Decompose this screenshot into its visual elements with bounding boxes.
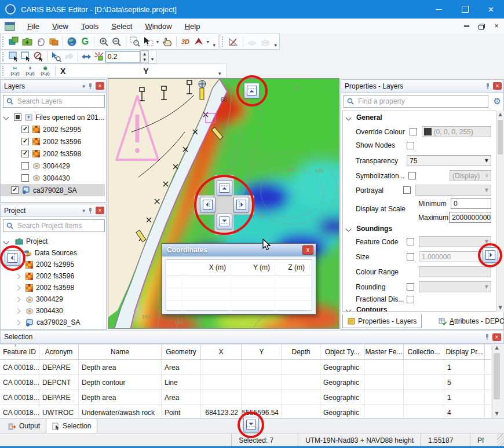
toolbar-grip[interactable]: [2, 36, 5, 47]
tab-attributes-depcnt[interactable]: Attributes - DEPCNT: [434, 314, 504, 328]
tree-item[interactable]: 2002 fs2995: [1, 123, 105, 135]
panel-menu-icon[interactable]: ▾: [82, 83, 85, 89]
dock-top-button[interactable]: [244, 83, 260, 98]
snap-tolerance-icon[interactable]: [93, 50, 105, 63]
north-arrow-icon[interactable]: [192, 35, 205, 48]
column-header[interactable]: X (m): [182, 263, 231, 271]
panel-close-icon[interactable]: ×: [96, 207, 104, 214]
coord-add-icon[interactable]: +(x,y): [23, 66, 38, 76]
section-general[interactable]: General: [346, 113, 382, 122]
override-colour-checkbox[interactable]: [410, 128, 417, 135]
y-coordinate-field[interactable]: [152, 65, 216, 76]
measure-icon[interactable]: [227, 35, 240, 48]
toolbar-overflow[interactable]: ▾: [149, 56, 156, 63]
column-header[interactable]: X: [201, 344, 242, 359]
north-arrow-dropdown[interactable]: ▾: [205, 39, 210, 45]
dock-bottom-button[interactable]: [243, 417, 259, 432]
column-header[interactable]: Object Ty...: [320, 344, 364, 359]
feature-code-checkbox[interactable]: [407, 238, 414, 245]
layers-search-input[interactable]: [16, 97, 104, 106]
column-header[interactable]: Display Pr...: [444, 344, 485, 359]
child-restore-button[interactable]: [474, 20, 489, 32]
child-minimize-button[interactable]: [459, 20, 474, 32]
pan-hand-icon[interactable]: [160, 35, 174, 48]
tree-item[interactable]: Files opened on 201...: [1, 111, 105, 123]
menu-view[interactable]: View: [46, 19, 75, 34]
tree-item-selected[interactable]: ca379028_SA: [1, 184, 105, 196]
tree-item[interactable]: 2002 fs3596: [1, 270, 105, 282]
toolbar-overflow[interactable]: ▾: [272, 42, 279, 49]
coordinates-title-bar[interactable]: Coordinates x: [162, 244, 316, 256]
section-expander-icon[interactable]: [346, 226, 352, 232]
fractional-checkbox[interactable]: [407, 296, 414, 303]
tab-properties-layers[interactable]: Properties - Layers: [342, 314, 422, 328]
column-header[interactable]: Depth: [282, 344, 320, 359]
pin-icon[interactable]: [485, 83, 491, 90]
select-rectangle-icon[interactable]: [8, 50, 20, 63]
tree-item[interactable]: 2002 fs3598: [1, 148, 105, 160]
expander-icon[interactable]: [3, 238, 9, 244]
property-search-input[interactable]: [357, 97, 488, 106]
copy-datasets-icon[interactable]: [8, 35, 21, 48]
coord-insert-icon[interactable]: ⊕(x,y): [38, 66, 53, 76]
x-coordinate-field[interactable]: [69, 65, 137, 76]
attach-link-icon[interactable]: [34, 35, 47, 48]
section-expander-icon[interactable]: [346, 115, 352, 120]
column-header[interactable]: Feature ID: [0, 344, 39, 359]
expander-icon[interactable]: [3, 115, 9, 120]
panel-close-icon[interactable]: ×: [492, 333, 501, 341]
checkbox[interactable]: [21, 174, 29, 182]
tree-item[interactable]: 2002 fs3598: [1, 282, 105, 293]
toolbar-overflow[interactable]: ▾: [216, 71, 224, 78]
checkbox[interactable]: [21, 138, 29, 145]
column-header[interactable]: Y: [242, 344, 282, 359]
show-nodes-checkbox[interactable]: [407, 142, 414, 149]
menu-select[interactable]: Select: [105, 19, 138, 34]
save-folder-icon[interactable]: [47, 35, 60, 48]
select-tool-dropdown[interactable]: ▾: [155, 39, 160, 45]
sheets-icon[interactable]: [259, 35, 272, 48]
expander-icon[interactable]: [15, 308, 21, 314]
column-header[interactable]: Acronym: [39, 344, 79, 359]
select-tool-icon[interactable]: [142, 35, 155, 48]
panel-close-icon[interactable]: ×: [493, 82, 502, 90]
minimum-scale-field[interactable]: 0: [451, 198, 491, 209]
dock-cross-up-button[interactable]: [217, 180, 232, 196]
move-feature-icon[interactable]: [81, 50, 93, 63]
select-all-icon[interactable]: [20, 50, 32, 63]
rounding-checkbox[interactable]: [407, 283, 414, 291]
transparency-dropdown[interactable]: 75▼: [407, 155, 491, 166]
layers-search[interactable]: [3, 95, 105, 108]
checkbox[interactable]: [21, 150, 29, 157]
toolbar-grip[interactable]: [2, 66, 5, 75]
deselect-icon[interactable]: [32, 50, 45, 63]
section-soundings[interactable]: Soundings: [346, 225, 392, 233]
select-zoom-icon[interactable]: [50, 50, 63, 63]
snap-tolerance-input[interactable]: [105, 51, 140, 63]
section-expander-icon[interactable]: [346, 307, 352, 312]
three-d-button[interactable]: 3D: [179, 35, 192, 48]
table-row[interactable]: CA 00018... DEPCNT Depth contour Line Ge…: [0, 375, 491, 390]
menu-file[interactable]: File: [21, 19, 46, 34]
column-header[interactable]: Geometry: [162, 344, 201, 359]
toolbar-grip[interactable]: [2, 52, 5, 61]
dock-cross-down-button[interactable]: [217, 214, 232, 229]
expander-icon[interactable]: [15, 320, 21, 325]
coordinates-window[interactable]: Coordinates x X (m) Y (m) Z (m): [162, 243, 316, 315]
sheet-icon[interactable]: [246, 35, 259, 48]
column-header[interactable]: Y (m): [231, 263, 275, 271]
tree-item[interactable]: Project: [1, 236, 105, 247]
coord-delete-icon[interactable]: ✂(x,y): [8, 66, 23, 76]
selection-scrollbar[interactable]: ▲ ▼: [492, 344, 501, 418]
toolbar-grip[interactable]: [222, 36, 225, 47]
symbolization-checkbox[interactable]: [408, 172, 416, 179]
zoom-out-icon[interactable]: [110, 35, 123, 48]
checkbox[interactable]: [14, 113, 21, 121]
expander-icon[interactable]: [15, 273, 21, 279]
column-header[interactable]: Collectio...: [404, 344, 444, 359]
coordinates-close-icon[interactable]: x: [302, 245, 313, 255]
portrayal-checkbox[interactable]: [403, 186, 411, 194]
properties-scrollbar[interactable]: ▲ ▼: [496, 111, 504, 312]
maximize-button[interactable]: [452, 0, 478, 19]
expander-icon[interactable]: [15, 296, 21, 302]
